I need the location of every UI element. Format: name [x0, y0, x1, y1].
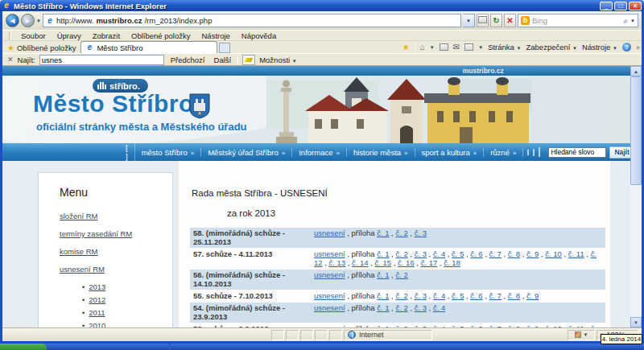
priloha-link[interactable]: č. 17 [421, 258, 438, 267]
priloha-link[interactable]: č. 6 [470, 324, 482, 327]
usneseni-link[interactable]: usnesení [314, 249, 345, 258]
print-dropdown-icon[interactable]: ▼ [478, 45, 483, 50]
priloha-link[interactable]: č. 3 [415, 324, 427, 327]
stop-button[interactable]: ✕ [504, 14, 516, 27]
usneseni-link[interactable]: usnesení [314, 303, 345, 312]
maximize-button[interactable]: □ [614, 2, 627, 10]
priloha-link[interactable]: č. 3 [415, 249, 427, 258]
address-field[interactable]: e http://www.mustribro.cz/rm_2013/index.… [43, 14, 461, 27]
toolbar-grip[interactable] [9, 32, 11, 39]
usneseni-link[interactable]: usnesení [314, 229, 345, 237]
feed-icon[interactable] [440, 43, 448, 51]
priloha-link[interactable]: č. 2 [395, 249, 407, 258]
forward-button[interactable]: ► [21, 14, 35, 27]
nav-item[interactable]: různé» [484, 148, 523, 157]
sidebar-link[interactable]: termíny zasedání RM [60, 229, 172, 238]
priloha-link[interactable]: č. 7 [489, 249, 502, 258]
priloha-link[interactable]: č. 5 [452, 291, 464, 300]
priloha-link[interactable]: č. 10 [545, 249, 562, 258]
windows-taskbar[interactable] [0, 344, 644, 350]
menubar-item[interactable]: Soubor [21, 31, 46, 40]
security-menu-button[interactable]: Zabezpečení ▼ [526, 43, 577, 51]
nav-item[interactable]: historie města» [347, 148, 415, 157]
year-link[interactable]: 2012 [89, 295, 105, 304]
year-link[interactable]: 2013 [89, 282, 105, 291]
priloha-link[interactable]: č. 2 [395, 270, 407, 279]
search-box[interactable]: b Bing ⌕ ▼ [518, 14, 638, 27]
priloha-link[interactable]: č. 3 [415, 303, 427, 312]
home-icon[interactable]: ⌂ [420, 43, 425, 51]
priloha-link[interactable]: č. 2 [395, 229, 407, 237]
nav-bracket[interactable]: [ ] [119, 143, 135, 161]
priloha-link[interactable]: č. 5 [452, 249, 464, 258]
minimize-button[interactable]: _ [600, 2, 613, 10]
priloha-link[interactable]: č. 1 [377, 229, 389, 237]
tools-menu-button[interactable]: Nástroje ▼ [582, 43, 617, 51]
scrollbar-thumb[interactable] [630, 76, 642, 185]
search-dropdown-icon[interactable]: ▼ [630, 19, 635, 23]
priloha-link[interactable]: č. 6 [470, 291, 482, 300]
priloha-link[interactable]: č. 6 [470, 249, 482, 258]
usneseni-link[interactable]: usnesení [314, 324, 345, 327]
priloha-link[interactable]: č. 4 [433, 303, 445, 312]
sidebar-link[interactable]: komise RM [60, 247, 172, 256]
font-size-small-button[interactable] [527, 150, 529, 155]
site-search-input[interactable] [548, 147, 606, 158]
page-scrollbar[interactable]: ▲ ▼ [630, 66, 642, 327]
help-icon[interactable]: ? [622, 43, 631, 51]
priloha-link[interactable]: č. 3 [415, 291, 427, 300]
overflow-chevron-icon[interactable]: » [636, 43, 640, 51]
nav-item[interactable]: město Stříbro» [135, 148, 201, 157]
year-link[interactable]: 2011 [89, 308, 105, 317]
priloha-link[interactable]: č. 4 [433, 324, 445, 327]
priloha-link[interactable]: č. 5 [452, 324, 464, 327]
priloha-link[interactable]: č. 11 [568, 249, 584, 258]
usneseni-link[interactable]: usnesení [314, 291, 345, 300]
find-input[interactable] [39, 55, 164, 65]
find-previous-button[interactable]: Předchozí [168, 56, 208, 64]
priloha-link[interactable]: č. 9 [526, 291, 539, 300]
priloha-link[interactable]: č. 7 [489, 291, 502, 300]
find-close-icon[interactable]: ✕ [7, 56, 14, 64]
priloha-link[interactable]: č. 2 [395, 291, 407, 300]
priloha-link[interactable]: č. 13 [329, 258, 346, 267]
priloha-link[interactable]: č. 1 [377, 249, 389, 258]
menubar-item[interactable]: Nápověda [242, 31, 276, 40]
search-magnifier-icon[interactable]: ⌕ [623, 16, 628, 26]
refresh-button[interactable]: ↻ [490, 14, 502, 27]
nav-item[interactable]: Městský úřad Stříbro» [201, 148, 292, 157]
menubar-item[interactable]: Nástroje [201, 31, 229, 40]
priloha-link[interactable]: č. 1 [377, 291, 389, 300]
priloha-link[interactable]: č. 2 [395, 324, 407, 327]
menubar-item[interactable]: Zobrazit [93, 31, 120, 40]
priloha-link[interactable]: č. 8 [508, 249, 520, 258]
sidebar-link[interactable]: složení RM [60, 212, 172, 220]
priloha-link[interactable]: č. 1 [377, 270, 389, 279]
priloha-link[interactable]: č. 4 [433, 249, 445, 258]
priloha-link[interactable]: č. 11 [568, 324, 584, 327]
scroll-down-icon[interactable]: ▼ [630, 317, 642, 327]
nav-item[interactable]: Informace» [292, 148, 347, 157]
menubar-item[interactable]: Úpravy [57, 31, 81, 40]
protected-mode-cell[interactable]: ▼ [568, 330, 595, 340]
priloha-link[interactable]: č. 9 [526, 249, 539, 258]
history-dropdown-icon[interactable]: ▼ [36, 19, 41, 23]
priloha-link[interactable]: č. 15 [375, 258, 392, 267]
address-dropdown[interactable]: ▼ [463, 14, 475, 27]
scroll-up-icon[interactable]: ▲ [630, 66, 642, 76]
menubar-item[interactable]: Oblíbené položky [131, 31, 190, 40]
compatibility-view-button[interactable] [477, 14, 489, 27]
year-link[interactable]: 2010 [89, 321, 105, 327]
priloha-link[interactable]: č. 8 [508, 324, 520, 327]
find-next-button[interactable]: Další [212, 56, 234, 64]
new-tab-button[interactable] [219, 43, 230, 53]
font-size-large-button[interactable] [539, 147, 540, 157]
print-icon[interactable] [464, 43, 473, 51]
priloha-link[interactable]: č. 8 [508, 291, 520, 300]
priloha-link[interactable]: č. 7 [489, 324, 502, 327]
priloha-link[interactable]: č. 2 [395, 303, 407, 312]
close-button[interactable]: ✕ [629, 2, 642, 10]
favorites-button[interactable]: ★ Oblíbené položky [4, 43, 80, 53]
priloha-link[interactable]: č. 1 [377, 324, 389, 327]
sidebar-link[interactable]: usnesení RM [60, 265, 172, 274]
